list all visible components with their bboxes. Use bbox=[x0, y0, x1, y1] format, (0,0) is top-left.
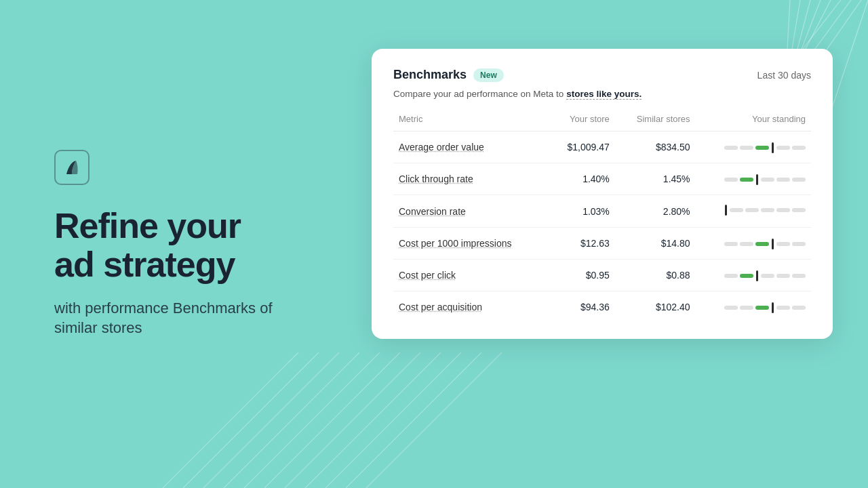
standing-segment bbox=[792, 242, 806, 246]
standing-bar bbox=[724, 270, 806, 281]
logo-icon bbox=[61, 157, 83, 178]
table-row: Average order value$1,009.47$834.50 bbox=[393, 131, 811, 163]
standing-indicator bbox=[772, 239, 774, 249]
col-your-store: Your store bbox=[549, 110, 615, 131]
metric-cell: Average order value bbox=[393, 131, 549, 163]
standing-cell bbox=[696, 131, 811, 163]
standing-indicator bbox=[756, 270, 758, 281]
similar-stores-cell: 1.45% bbox=[615, 163, 696, 195]
standing-indicator bbox=[756, 174, 758, 185]
standing-segment bbox=[776, 208, 790, 212]
similar-stores-cell: $834.50 bbox=[615, 131, 696, 163]
standing-cell bbox=[696, 163, 811, 195]
standing-indicator bbox=[725, 205, 727, 216]
standing-segment bbox=[724, 242, 738, 246]
standing-cell bbox=[696, 195, 811, 228]
subtitle-bold: stores like yours. bbox=[566, 89, 642, 100]
standing-segment bbox=[724, 146, 738, 150]
standing-bar bbox=[724, 142, 806, 153]
standing-segment bbox=[724, 178, 738, 182]
standing-segment bbox=[755, 306, 769, 310]
your-store-cell: $1,009.47 bbox=[549, 131, 615, 163]
standing-segment bbox=[724, 274, 738, 278]
standing-bar bbox=[724, 239, 806, 249]
standing-segment bbox=[724, 306, 738, 310]
table-row: Cost per 1000 impressions$12.63$14.80 bbox=[393, 228, 811, 260]
subtext: with performance Benchmarks of similar s… bbox=[54, 298, 285, 338]
standing-segment bbox=[761, 178, 774, 182]
svg-line-15 bbox=[326, 352, 461, 488]
headline: Refine your ad strategy bbox=[54, 207, 285, 284]
subtitle-plain: Compare your ad performance on Meta to bbox=[393, 89, 566, 99]
standing-bar bbox=[724, 205, 806, 216]
col-your-standing: Your standing bbox=[696, 110, 811, 131]
benchmarks-table: Metric Your store Similar stores Your st… bbox=[393, 110, 811, 323]
standing-cell bbox=[696, 228, 811, 260]
standing-segment bbox=[745, 208, 759, 212]
table-row: Cost per acquisition$94.36$102.40 bbox=[393, 291, 811, 323]
standing-indicator bbox=[772, 142, 774, 153]
standing-segment bbox=[776, 306, 790, 310]
metric-cell: Conversion rate bbox=[393, 195, 549, 228]
table-row: Click through rate1.40%1.45% bbox=[393, 163, 811, 195]
table-body: Average order value$1,009.47$834.50Click… bbox=[393, 131, 811, 323]
table-row: Conversion rate1.03%2.80% bbox=[393, 195, 811, 228]
standing-segment bbox=[792, 306, 806, 310]
svg-line-17 bbox=[366, 352, 502, 488]
benchmarks-card: Benchmarks New Last 30 days Compare your… bbox=[372, 49, 833, 339]
svg-line-14 bbox=[305, 352, 441, 488]
similar-stores-cell: $102.40 bbox=[615, 291, 696, 323]
standing-segment bbox=[761, 274, 774, 278]
similar-stores-cell: 2.80% bbox=[615, 195, 696, 228]
card-title-row: Benchmarks New bbox=[393, 68, 504, 82]
logo-box bbox=[54, 150, 90, 185]
your-store-cell: 1.40% bbox=[549, 163, 615, 195]
metric-cell: Cost per click bbox=[393, 260, 549, 291]
standing-cell bbox=[696, 260, 811, 291]
new-badge: New bbox=[473, 68, 504, 82]
standing-segment bbox=[755, 146, 769, 150]
standing-segment bbox=[755, 242, 769, 246]
metric-cell: Click through rate bbox=[393, 163, 549, 195]
similar-stores-cell: $0.88 bbox=[615, 260, 696, 291]
standing-segment bbox=[740, 242, 753, 246]
metric-cell: Cost per 1000 impressions bbox=[393, 228, 549, 260]
col-metric: Metric bbox=[393, 110, 549, 131]
standing-segment bbox=[776, 242, 790, 246]
standing-bar bbox=[724, 302, 806, 313]
standing-segment bbox=[761, 208, 774, 212]
left-panel: Refine your ad strategy with performance… bbox=[0, 0, 326, 488]
standing-segment bbox=[776, 178, 790, 182]
svg-line-16 bbox=[346, 352, 481, 488]
standing-segment bbox=[792, 178, 806, 182]
standing-bar bbox=[724, 174, 806, 185]
card-subtitle: Compare your ad performance on Meta to s… bbox=[393, 89, 811, 99]
metric-cell: Cost per acquisition bbox=[393, 291, 549, 323]
your-store-cell: $0.95 bbox=[549, 260, 615, 291]
period-label: Last 30 days bbox=[757, 70, 811, 81]
similar-stores-cell: $14.80 bbox=[615, 228, 696, 260]
col-similar-stores: Similar stores bbox=[615, 110, 696, 131]
your-store-cell: $12.63 bbox=[549, 228, 615, 260]
your-store-cell: 1.03% bbox=[549, 195, 615, 228]
standing-indicator bbox=[772, 302, 774, 313]
table-row: Cost per click$0.95$0.88 bbox=[393, 260, 811, 291]
standing-segment bbox=[740, 274, 753, 278]
standing-segment bbox=[776, 146, 790, 150]
standing-segment bbox=[730, 208, 743, 212]
standing-segment bbox=[740, 146, 753, 150]
standing-segment bbox=[792, 146, 806, 150]
your-store-cell: $94.36 bbox=[549, 291, 615, 323]
table-header: Metric Your store Similar stores Your st… bbox=[393, 110, 811, 131]
standing-segment bbox=[792, 208, 806, 212]
card-title: Benchmarks bbox=[393, 68, 467, 82]
card-header: Benchmarks New Last 30 days bbox=[393, 68, 811, 82]
standing-segment bbox=[792, 274, 806, 278]
standing-cell bbox=[696, 291, 811, 323]
standing-segment bbox=[740, 306, 753, 310]
standing-segment bbox=[776, 274, 790, 278]
standing-segment bbox=[740, 178, 753, 182]
